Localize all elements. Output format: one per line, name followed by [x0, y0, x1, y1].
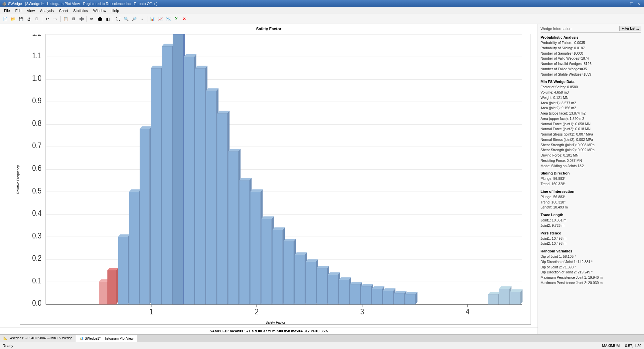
- svg-rect-70: [217, 113, 228, 304]
- svg-text:1.1: 1.1: [32, 51, 41, 60]
- print-preview-button[interactable]: 🗋: [33, 15, 41, 23]
- probabilistic-analysis-items: Probability of Failure: 0.0035 Probabili…: [541, 40, 641, 77]
- prob-item-0: Probability of Failure: 0.0035: [541, 40, 641, 46]
- zoom-out-button[interactable]: 🔎: [130, 15, 138, 23]
- new-button[interactable]: 📄: [1, 15, 9, 23]
- menu-analysis[interactable]: Analysis: [37, 8, 56, 13]
- line-chart-button[interactable]: 📈: [157, 15, 164, 23]
- print-button[interactable]: 🖨: [25, 15, 33, 23]
- close-chart-button[interactable]: ✕: [181, 15, 188, 23]
- menu-window[interactable]: Window: [90, 8, 109, 13]
- svg-marker-128: [499, 286, 511, 289]
- section-random-variables: Random Variables: [541, 249, 641, 253]
- rand-item-0: Dip of Joint 1: 58.105 °: [541, 254, 641, 259]
- circle-button[interactable]: ⬤: [96, 15, 103, 23]
- minfs-item-8: Normal Force (joint2): 0.018 MN: [541, 127, 641, 132]
- minimize-button[interactable]: ─: [622, 1, 628, 6]
- svg-marker-104: [339, 277, 351, 280]
- restore-button[interactable]: ❐: [628, 1, 635, 6]
- add-button[interactable]: ➕: [78, 15, 85, 23]
- svg-marker-131: [510, 289, 523, 292]
- minfs-item-9: Normal Stress (joint1): 0.007 MPa: [541, 132, 641, 137]
- histogram-icon: 📊: [80, 337, 83, 340]
- trace-length-items: Joint1: 10.351 m Joint2: 9.726 m: [541, 218, 641, 228]
- minfs-item-1: Volume: 4.658 m3: [541, 90, 641, 95]
- menu-statistics[interactable]: Statistics: [71, 8, 90, 13]
- open-button[interactable]: 📂: [9, 15, 17, 23]
- rand-item-4: Maximum Persistence Joint 1: 19.940 m: [541, 275, 641, 280]
- display-button[interactable]: 🖥: [70, 15, 77, 23]
- section-trace-length: Trace Length: [541, 213, 641, 217]
- x-axis-label: Safety Factor: [265, 321, 285, 324]
- svg-rect-58: [173, 34, 183, 304]
- fit-button[interactable]: ⛶: [114, 15, 122, 23]
- svg-rect-55: [162, 46, 172, 304]
- close-button[interactable]: ✕: [636, 1, 642, 6]
- section-persistence: Persistence: [541, 231, 641, 235]
- title-bar-text: SWedge - [SWedge1* - Histogram Plot View…: [8, 2, 157, 6]
- copy-button[interactable]: 📋: [62, 15, 69, 23]
- menu-bar: File Edit View Analysis Chart Statistics…: [0, 7, 644, 14]
- window-controls[interactable]: ─ ❐ ✕: [622, 1, 642, 6]
- svg-marker-56: [162, 44, 174, 47]
- histogram-container: Relative Frequency: [20, 34, 531, 325]
- minfs-item-14: Resisting Force: 0.087 MN: [541, 158, 641, 164]
- sampled-text: SAMPLED: mean=1.571 s.d.=0.3779 min=0.85…: [0, 327, 538, 334]
- minfs-item-7: Normal Force (joint1): 0.058 MN: [541, 122, 641, 127]
- svg-rect-43: [118, 237, 128, 304]
- persist-item-0: Joint1: 10.493 m: [541, 236, 641, 241]
- line-item-1: Trend: 160.328°: [541, 200, 641, 205]
- random-variables-items: Dip of Joint 1: 58.105 ° Dip Direction o…: [541, 254, 641, 286]
- svg-rect-67: [206, 91, 217, 304]
- section-sliding-direction: Sliding Direction: [541, 171, 641, 175]
- app-icon: 🪨: [2, 2, 7, 6]
- minfs-item-15: Mode: Sliding on Joints 1&2: [541, 164, 641, 169]
- svg-marker-125: [488, 292, 500, 294]
- excel-button[interactable]: X: [173, 15, 180, 23]
- bar-chart-button[interactable]: 📊: [149, 15, 156, 23]
- menu-help[interactable]: Help: [109, 8, 122, 13]
- scatter-button[interactable]: 📉: [165, 15, 172, 23]
- undo-button[interactable]: ↩: [44, 15, 51, 23]
- redo-button[interactable]: ↪: [52, 15, 59, 23]
- menu-edit[interactable]: Edit: [13, 8, 24, 13]
- prob-item-2: Number of Samples=10000: [541, 51, 641, 56]
- persist-item-1: Joint2: 10.493 m: [541, 241, 641, 246]
- stereo-button[interactable]: ◧: [104, 15, 111, 23]
- trace-item-1: Joint2: 9.726 m: [541, 223, 641, 228]
- prob-item-1: Probability of Sliding: 0.0187: [541, 46, 641, 51]
- svg-marker-132: [520, 289, 522, 304]
- save-button[interactable]: 💾: [17, 15, 25, 23]
- svg-marker-95: [306, 259, 318, 262]
- minfs-item-3: Area (joint1): 8.577 m2: [541, 101, 641, 106]
- minfs-item-6: Area (upper face): 1.590 m2: [541, 116, 641, 122]
- svg-marker-92: [295, 252, 307, 255]
- svg-text:0.7: 0.7: [32, 141, 41, 150]
- minfs-item-2: Weight: 0.121 MN: [541, 95, 641, 101]
- menu-view[interactable]: View: [24, 8, 38, 13]
- line-intersection-items: Plunge: 56.883° Trend: 160.328° Length: …: [541, 194, 641, 210]
- sketch-button[interactable]: ✏: [88, 15, 95, 23]
- zoom-prev-button[interactable]: ↔: [138, 15, 146, 23]
- tab-histogram[interactable]: 📊 SWedge1* - Histogram Plot View: [76, 335, 137, 342]
- rand-item-2: Dip of Joint 2: 71.390 °: [541, 265, 641, 270]
- y-axis-label: Relative Frequency: [16, 165, 20, 193]
- rand-item-5: Maximum Persistence Joint 2: 20.030 m: [541, 280, 641, 286]
- svg-rect-40: [107, 270, 116, 304]
- tab-minfs-wedge[interactable]: 📐 SWedge1* - FS=0.858043 - Min FS Wedge: [0, 335, 76, 342]
- menu-file[interactable]: File: [1, 8, 13, 13]
- svg-rect-52: [151, 68, 161, 304]
- svg-rect-91: [295, 255, 305, 304]
- svg-text:1.0: 1.0: [32, 74, 41, 83]
- svg-marker-42: [116, 268, 118, 304]
- rand-item-1: Dip Direction of Joint 1: 142.884 °: [541, 259, 641, 265]
- filter-list-button[interactable]: Filter List ...: [619, 26, 641, 31]
- minfs-item-12: Shear Strength (joint2): 0.002 MPa: [541, 148, 641, 153]
- svg-marker-68: [206, 88, 219, 91]
- svg-text:3: 3: [360, 307, 364, 316]
- menu-chart[interactable]: Chart: [56, 8, 71, 13]
- zoom-in-button[interactable]: 🔍: [122, 15, 130, 23]
- svg-marker-119: [394, 291, 406, 293]
- section-min-fs: Min FS Wedge Data: [541, 80, 641, 84]
- svg-marker-71: [217, 111, 230, 114]
